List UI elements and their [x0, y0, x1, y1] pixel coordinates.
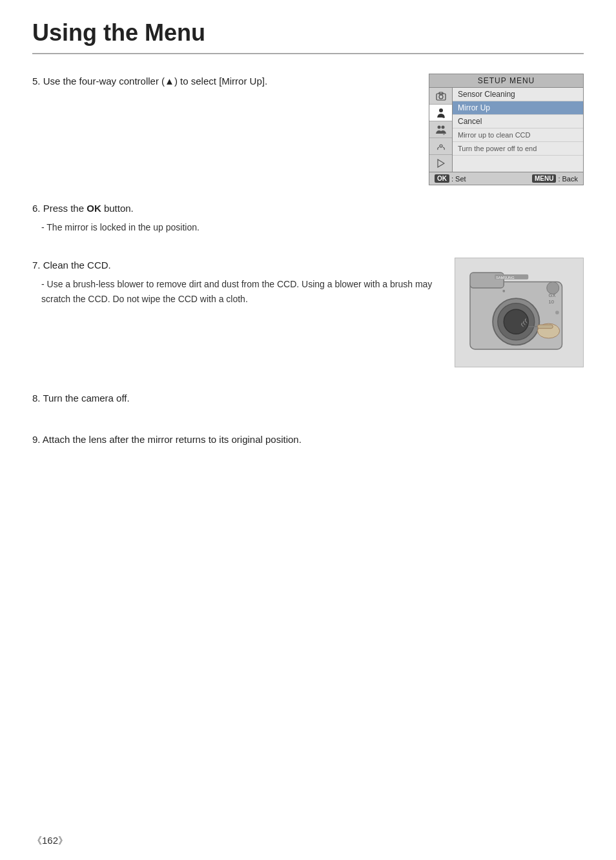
menu-icons: 1 2: [429, 88, 453, 172]
menu-spacer: [453, 156, 583, 171]
svg-marker-9: [438, 159, 444, 167]
svg-point-14: [504, 310, 528, 334]
menu-item-mirror-up: Mirror Up: [453, 101, 583, 115]
step-5-text: 5. Use the four-way controller (▲) to se…: [32, 74, 409, 89]
svg-point-19: [547, 282, 559, 294]
menu-body: 1 2 Sensor Cleaning: [429, 88, 583, 172]
menu-icon-play: [429, 155, 452, 172]
camera-menu: SETUP MENU 1 2: [429, 74, 584, 185]
step-5-section: 5. Use the four-way controller (▲) to se…: [32, 74, 584, 185]
ok-label: : Set: [451, 175, 466, 183]
menu-item-cancel: Cancel: [453, 115, 583, 128]
step-7-text-area: 7. Clean the CCD. - Use a brush-less blo…: [32, 258, 435, 306]
svg-text:10: 10: [549, 299, 554, 305]
svg-text:SAMSUNG: SAMSUNG: [496, 276, 515, 280]
step-7-sub: - Use a brush-less blower to remove dirt…: [41, 277, 435, 306]
svg-point-5: [437, 125, 440, 128]
svg-text:1: 1: [442, 114, 445, 118]
step-8-section: 8. Turn the camera off.: [32, 391, 584, 406]
ok-bold: OK: [87, 203, 101, 214]
menu-footer: OK : Set MENU : Back: [429, 172, 583, 185]
page-title: Using the Menu: [32, 19, 584, 54]
menu-icon-camera: [429, 88, 452, 105]
step-9-section: 9. Attach the lens after the mirror retu…: [32, 432, 584, 447]
step-9-text: 9. Attach the lens after the mirror retu…: [32, 432, 584, 447]
step-5-text-area: 5. Use the four-way controller (▲) to se…: [32, 74, 409, 93]
menu-icon-settings: [429, 138, 452, 155]
menu-items-list: Sensor Cleaning Mirror Up Cancel Mirror …: [453, 88, 583, 172]
svg-point-23: [502, 290, 505, 292]
svg-point-24: [555, 311, 559, 315]
step-8-text: 8. Turn the camera off.: [32, 391, 584, 406]
page-number: 《162》: [32, 835, 68, 847]
page: Using the Menu 5. Use the four-way contr…: [0, 0, 616, 860]
footer-ok-group: OK : Set: [435, 174, 466, 183]
step-6-section: 6. Press the OK button. - The mirror is …: [32, 201, 584, 234]
menu-description-line1: Mirror up to clean CCD: [453, 128, 583, 142]
step-6-text: 6. Press the OK button.: [32, 201, 584, 216]
menu-item-sensor-cleaning: Sensor Cleaning: [453, 88, 583, 101]
menu-button-label: MENU: [532, 174, 556, 183]
step-7-section: 7. Clean the CCD. - Use a brush-less blo…: [32, 258, 584, 367]
ok-button-label: OK: [435, 174, 449, 183]
svg-rect-21: [538, 325, 553, 329]
menu-label: : Back: [558, 175, 578, 183]
svg-point-1: [439, 95, 443, 99]
menu-icon-person1: 1: [429, 105, 452, 121]
svg-point-8: [440, 145, 442, 147]
menu-icon-person2: 2: [429, 121, 452, 138]
menu-header: SETUP MENU: [429, 74, 583, 88]
camera-cleaning-image: SAMSUNG GX 10: [455, 258, 584, 367]
svg-point-6: [441, 125, 444, 128]
footer-menu-group: MENU : Back: [532, 174, 578, 183]
menu-description-line2: Turn the power off to end: [453, 142, 583, 156]
step-6-sub: - The mirror is locked in the up positio…: [41, 220, 584, 234]
svg-point-3: [439, 108, 443, 112]
step-7-text: 7. Clean the CCD.: [32, 258, 435, 273]
